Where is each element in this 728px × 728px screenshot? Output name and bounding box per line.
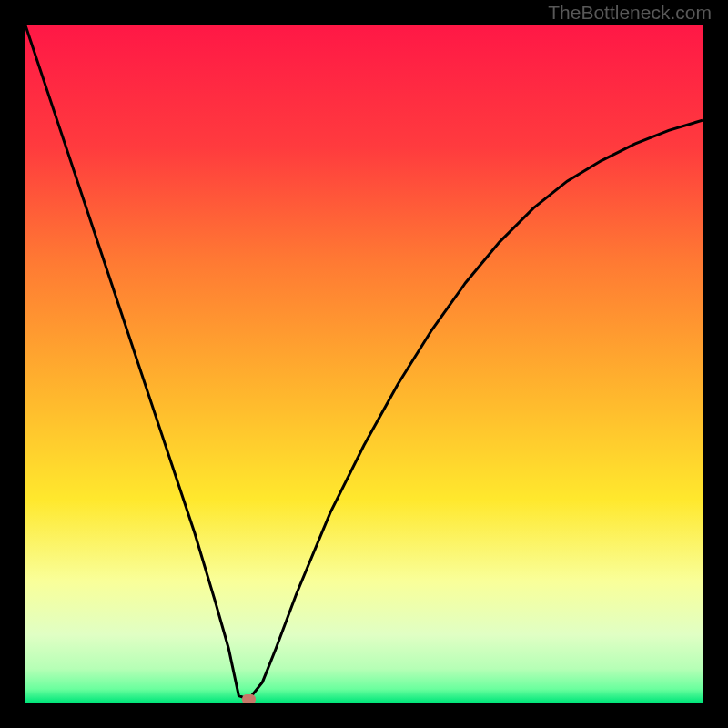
curve-marker xyxy=(242,694,256,703)
bottleneck-curve xyxy=(25,25,703,703)
watermark-text: TheBottleneck.com xyxy=(548,2,712,24)
chart-plot-area xyxy=(25,25,703,703)
